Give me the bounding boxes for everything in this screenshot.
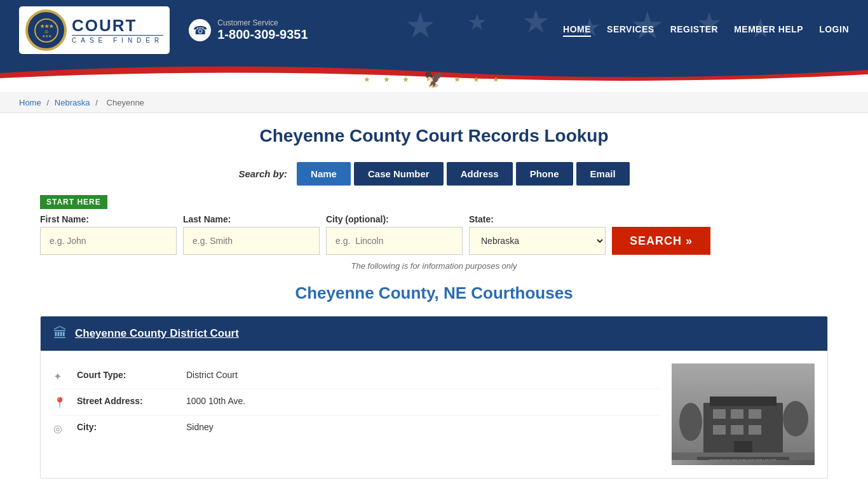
courthouse-image: CHEYENNE COUNTY COURT HOUSE <box>672 363 815 465</box>
star-left: ★ ★ ★ <box>363 75 414 84</box>
breadcrumb-state[interactable]: Nebraska <box>55 98 90 107</box>
site-header: ★ ★ ★ ★ ★ ★ ★ ★★★ ⚖ ★★★ COURT CASE FINDE… <box>0 0 868 60</box>
nav-home[interactable]: HOME <box>563 24 591 37</box>
courthouse-body: ✦ Court Type: District Court 📍 Street Ad… <box>41 351 827 478</box>
logo-case-finder: CASE FINDER <box>72 35 163 44</box>
cs-phone: 1-800-309-9351 <box>217 27 308 42</box>
nav-member-help[interactable]: MEMBER HELP <box>734 24 803 37</box>
detail-court-type: ✦ Court Type: District Court <box>53 363 659 390</box>
svg-point-7 <box>783 401 808 437</box>
courthouse-details: ✦ Court Type: District Court 📍 Street Ad… <box>53 363 659 465</box>
svg-rect-11 <box>731 409 743 419</box>
svg-text:★★★: ★★★ <box>41 34 51 38</box>
svg-text:★★★: ★★★ <box>39 24 53 29</box>
cs-label: Customer Service <box>217 18 308 27</box>
last-name-label: Last Name: <box>183 214 320 224</box>
city-group: City (optional): <box>326 214 463 255</box>
courthouse-header: 🏛 Cheyenne County District Court <box>41 316 827 351</box>
svg-rect-15 <box>749 425 761 435</box>
svg-rect-16 <box>734 441 752 454</box>
page-title: Cheyenne County Court Records Lookup <box>40 126 828 146</box>
cs-text-block: Customer Service 1-800-309-9351 <box>217 18 308 42</box>
state-group: State: Nebraska <box>469 214 606 255</box>
star-deco-5: ★ <box>467 10 487 35</box>
phone-icon: ☎ <box>189 19 211 41</box>
court-type-label: Court Type: <box>77 370 179 380</box>
tab-phone[interactable]: Phone <box>516 162 573 186</box>
tab-case-number[interactable]: Case Number <box>354 162 444 186</box>
star-right: ★ ★ ★ <box>454 75 505 84</box>
search-by-row: Search by: Name Case Number Address Phon… <box>40 162 828 186</box>
nav-services[interactable]: SERVICES <box>607 24 654 37</box>
detail-street-address: 📍 Street Address: 1000 10th Ave. <box>53 390 659 416</box>
first-name-label: First Name: <box>40 214 177 224</box>
courthouse-name-link[interactable]: Cheyenne County District Court <box>75 327 239 340</box>
eagle-icon: 🦅 <box>424 69 444 89</box>
nav-login[interactable]: LOGIN <box>819 24 849 37</box>
state-label: State: <box>469 214 606 224</box>
seal-icon: ★★★ ⚖ ★★★ <box>25 10 67 51</box>
search-form-container: START HERE First Name: Last Name: City (… <box>40 195 828 255</box>
courthouse-photo-placeholder: CHEYENNE COUNTY COURT HOUSE <box>672 363 815 465</box>
street-address-value: 1000 10th Ave. <box>186 396 245 406</box>
info-note: The following is for information purpose… <box>40 261 828 271</box>
start-here-badge: START HERE <box>40 195 107 209</box>
breadcrumb-bar: Home / Nebraska / Cheyenne <box>0 92 868 113</box>
banner-wave: ★ ★ ★ 🦅 ★ ★ ★ <box>0 60 868 92</box>
street-address-label: Street Address: <box>77 396 179 406</box>
city-detail-label: City: <box>77 422 179 432</box>
detail-city: ◎ City: Sidney <box>53 416 659 441</box>
tab-name[interactable]: Name <box>297 162 351 186</box>
address-icon: 📍 <box>53 396 69 409</box>
first-name-input[interactable] <box>40 227 177 255</box>
city-input[interactable] <box>326 227 463 255</box>
main-nav: HOME SERVICES REGISTER MEMBER HELP LOGIN <box>563 24 849 37</box>
search-by-label: Search by: <box>238 168 287 179</box>
eagle-banner: ★ ★ ★ 🦅 ★ ★ ★ <box>363 69 504 92</box>
header-left: ★★★ ⚖ ★★★ COURT CASE FINDER ☎ Customer S… <box>19 6 308 54</box>
logo-text: COURT CASE FINDER <box>72 17 163 44</box>
search-button[interactable]: SEARCH » <box>612 227 710 255</box>
breadcrumb-sep-1: / <box>47 98 51 107</box>
svg-rect-13 <box>713 425 726 435</box>
star-deco-4: ★ <box>522 3 550 40</box>
state-select[interactable]: Nebraska <box>469 227 606 255</box>
svg-rect-9 <box>710 396 776 406</box>
courthouse-card: 🏛 Cheyenne County District Court ✦ Court… <box>40 316 828 478</box>
courthouse-building-icon: 🏛 <box>53 325 67 342</box>
svg-rect-14 <box>731 425 743 435</box>
customer-service: ☎ Customer Service 1-800-309-9351 <box>189 18 308 42</box>
court-type-icon: ✦ <box>53 370 69 383</box>
tab-address[interactable]: Address <box>447 162 513 186</box>
svg-rect-12 <box>749 409 761 419</box>
svg-text:⚖: ⚖ <box>44 29 48 34</box>
court-type-value: District Court <box>186 370 238 380</box>
svg-text:CHEYENNE COUNTY COURT HOUSE: CHEYENNE COUNTY COURT HOUSE <box>709 459 776 460</box>
star-deco-6: ★ <box>405 5 436 46</box>
courthouses-title: Cheyenne County, NE Courthouses <box>40 283 828 303</box>
svg-point-6 <box>679 403 702 441</box>
last-name-group: Last Name: <box>183 214 320 255</box>
breadcrumb-home[interactable]: Home <box>19 98 41 107</box>
city-label: City (optional): <box>326 214 463 224</box>
breadcrumb-sep-2: / <box>95 98 100 107</box>
site-logo[interactable]: ★★★ ⚖ ★★★ COURT CASE FINDER <box>19 6 170 54</box>
main-content: Cheyenne County Court Records Lookup Sea… <box>21 113 847 488</box>
city-detail-value: Sidney <box>186 422 214 432</box>
search-form: First Name: Last Name: City (optional): … <box>40 214 828 255</box>
city-icon: ◎ <box>53 423 69 435</box>
nav-register[interactable]: REGISTER <box>670 24 719 37</box>
first-name-group: First Name: <box>40 214 177 255</box>
logo-court-word: COURT <box>72 17 163 34</box>
breadcrumb-county: Cheyenne <box>107 98 144 107</box>
tab-email[interactable]: Email <box>576 162 630 186</box>
svg-rect-10 <box>713 409 726 419</box>
last-name-input[interactable] <box>183 227 320 255</box>
